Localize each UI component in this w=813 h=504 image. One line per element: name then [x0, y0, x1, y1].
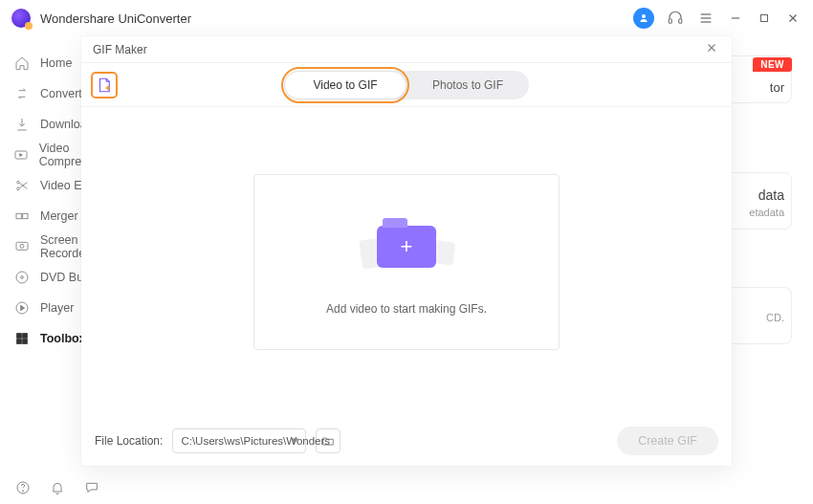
close-icon: [786, 11, 800, 25]
create-button-label: Create GIF: [638, 434, 697, 448]
gif-maker-modal: GIF Maker Video to GIF Photos to GIF: [81, 36, 732, 466]
modal-body: + Add video to start making GIFs.: [81, 107, 732, 416]
tab-label: Photos to GIF: [432, 78, 503, 92]
help-button[interactable]: [13, 478, 33, 497]
home-icon: [13, 55, 31, 72]
svg-rect-1: [679, 19, 682, 24]
bottombar: [0, 471, 813, 504]
dvd-icon: [13, 269, 31, 286]
modal-toolbar: Video to GIF Photos to GIF: [81, 63, 732, 107]
bg-text-mid-title: data: [758, 187, 784, 203]
sidebar-item-label: Toolbox: [40, 332, 86, 345]
svg-point-10: [17, 181, 20, 184]
file-location-value: C:\Users\ws\Pictures\Wonders: [181, 435, 330, 447]
download-icon: [13, 116, 31, 133]
folder-icon: +: [377, 226, 436, 268]
add-file-button[interactable]: [91, 72, 118, 99]
svg-point-11: [17, 187, 20, 190]
file-location-label: File Location:: [95, 434, 163, 448]
new-badge: NEW: [753, 57, 792, 72]
window-maximize-button[interactable]: [756, 10, 773, 27]
user-icon: [638, 12, 649, 24]
svg-rect-22: [23, 340, 28, 344]
svg-rect-20: [23, 334, 28, 339]
svg-point-24: [22, 491, 23, 492]
bg-text-top: tor: [770, 80, 784, 95]
merge-icon: [13, 208, 31, 225]
tab-label: Video to GIF: [313, 78, 377, 92]
svg-point-16: [16, 272, 28, 283]
file-location-select[interactable]: C:\Users\ws\Pictures\Wonders: [172, 428, 306, 453]
svg-point-17: [21, 276, 24, 279]
close-icon: [705, 41, 718, 55]
support-button[interactable]: [666, 9, 685, 28]
convert-icon: [13, 85, 31, 102]
svg-point-15: [20, 244, 24, 248]
bg-text-mid-sub: etadata: [749, 207, 784, 218]
svg-rect-6: [761, 15, 768, 22]
user-account-button[interactable]: [633, 8, 654, 29]
tab-video-to-gif[interactable]: Video to GIF: [284, 71, 406, 99]
record-icon: [13, 238, 31, 255]
window-minimize-button[interactable]: [727, 10, 744, 27]
svg-rect-21: [17, 340, 22, 344]
scissors-icon: [13, 177, 31, 194]
dropzone-illustration: +: [340, 208, 473, 285]
sidebar-item-label: Home: [40, 56, 72, 70]
app-title: Wondershare UniConverter: [40, 11, 191, 26]
hamburger-menu-button[interactable]: [696, 9, 715, 28]
minimize-icon: [729, 11, 742, 25]
window-close-button[interactable]: [784, 10, 802, 27]
sidebar-item-label: Merger: [40, 209, 78, 223]
svg-rect-14: [16, 242, 28, 250]
tab-photos-to-gif[interactable]: Photos to GIF: [406, 71, 529, 99]
modal-title: GIF Maker: [93, 43, 147, 56]
headset-icon: [667, 10, 684, 27]
svg-rect-13: [23, 213, 28, 218]
help-icon: [15, 480, 31, 495]
bg-text-low: CD.: [766, 312, 784, 323]
bell-icon: [50, 480, 65, 495]
add-file-icon: [96, 77, 113, 94]
mode-segmented-control: Video to GIF Photos to GIF: [284, 71, 529, 99]
play-icon: [13, 299, 31, 317]
modal-close-button[interactable]: [703, 41, 720, 58]
menu-icon: [698, 11, 714, 26]
titlebar: Wondershare UniConverter: [0, 0, 813, 36]
toolbox-icon: [13, 330, 31, 347]
svg-rect-19: [17, 334, 22, 339]
dropzone-text: Add video to start making GIFs.: [326, 302, 487, 316]
feedback-button[interactable]: [82, 478, 101, 497]
compress-icon: [13, 146, 30, 164]
app-logo: [11, 9, 31, 28]
dropzone[interactable]: + Add video to start making GIFs.: [253, 174, 560, 350]
svg-rect-12: [16, 213, 21, 218]
modal-footer: File Location: C:\Users\ws\Pictures\Wond…: [81, 416, 732, 466]
notifications-button[interactable]: [48, 478, 67, 497]
sidebar-item-label: Player: [40, 301, 74, 315]
plus-icon: +: [401, 236, 413, 257]
create-gif-button[interactable]: Create GIF: [617, 427, 718, 455]
maximize-icon: [758, 12, 770, 24]
feedback-icon: [84, 480, 99, 495]
modal-header: GIF Maker: [81, 36, 732, 63]
svg-rect-0: [669, 19, 671, 24]
